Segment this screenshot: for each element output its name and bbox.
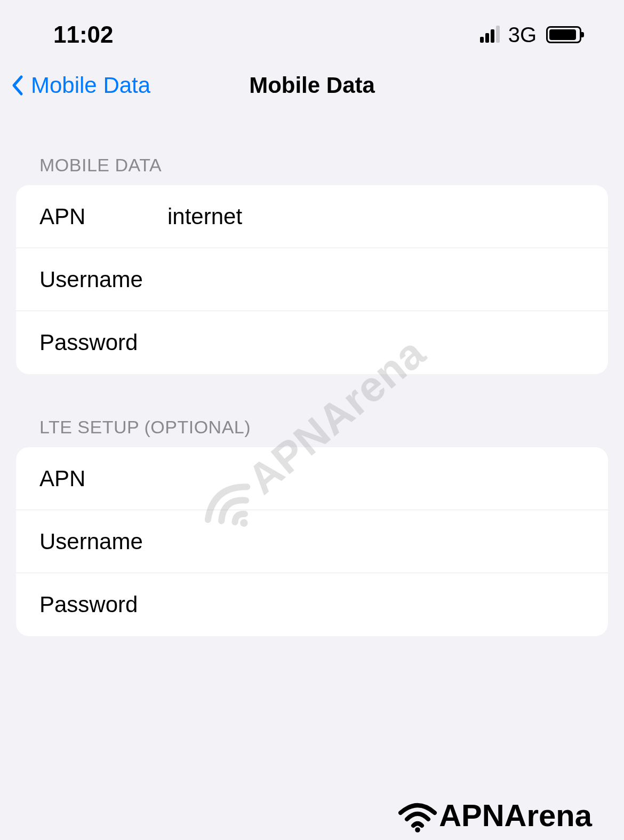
label-password: Password	[39, 330, 167, 355]
page-title: Mobile Data	[249, 73, 375, 98]
wifi-icon	[396, 796, 439, 834]
section-header-mobile-data: MOBILE DATA	[16, 155, 608, 185]
status-indicators: 3G	[480, 23, 581, 47]
watermark-bottom: APNArena	[396, 796, 592, 834]
input-mobile-data-apn[interactable]	[167, 204, 585, 229]
back-button[interactable]: Mobile Data	[11, 73, 150, 98]
label-username: Username	[39, 529, 167, 554]
label-password: Password	[39, 592, 167, 617]
row-lte-password[interactable]: Password	[16, 573, 608, 636]
section-group-mobile-data: APN Username Password	[16, 185, 608, 374]
input-lte-apn[interactable]	[167, 466, 585, 492]
cellular-signal-icon	[480, 27, 500, 43]
row-mobile-data-password[interactable]: Password	[16, 311, 608, 374]
status-bar: 11:02 3G	[0, 0, 624, 59]
row-mobile-data-username[interactable]: Username	[16, 248, 608, 311]
back-label: Mobile Data	[31, 73, 150, 98]
label-username: Username	[39, 267, 167, 292]
input-mobile-data-username[interactable]	[167, 267, 585, 292]
chevron-back-icon	[11, 75, 23, 96]
input-lte-username[interactable]	[167, 529, 585, 554]
label-apn: APN	[39, 204, 167, 229]
label-apn: APN	[39, 466, 167, 492]
input-lte-password[interactable]	[167, 592, 585, 617]
input-mobile-data-password[interactable]	[167, 330, 585, 355]
battery-icon	[546, 26, 581, 43]
status-time: 11:02	[53, 21, 114, 48]
section-header-lte-setup: LTE SETUP (OPTIONAL)	[16, 417, 608, 447]
section-group-lte-setup: APN Username Password	[16, 447, 608, 636]
svg-point-1	[415, 827, 420, 833]
row-mobile-data-apn[interactable]: APN	[16, 185, 608, 248]
watermark-text: APNArena	[439, 797, 592, 833]
row-lte-apn[interactable]: APN	[16, 447, 608, 510]
navigation-bar: Mobile Data Mobile Data	[0, 59, 624, 112]
content: MOBILE DATA APN Username Password LTE SE…	[0, 112, 624, 636]
row-lte-username[interactable]: Username	[16, 510, 608, 573]
network-type-label: 3G	[508, 23, 537, 47]
